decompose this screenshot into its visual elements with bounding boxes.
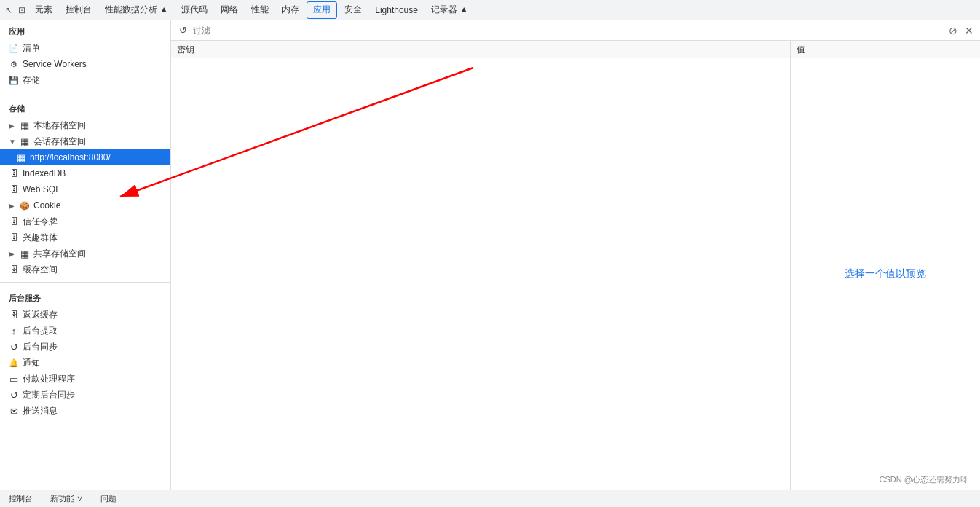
preview-hint: 选择一个值以预览 [845,267,926,280]
storage-icon: 💾 [9,75,19,85]
tab-recorder[interactable]: 记录器 ▲ [425,1,474,19]
sidebar-item-service-workers[interactable]: ⚙ Service Workers [0,56,170,72]
sidebar-item-session-storage-label: 会话存储空间 [33,135,86,148]
sidebar-item-back-forward-cache[interactable]: 🗄 返返缓存 [0,307,170,323]
sidebar-item-trust-tokens[interactable]: 🗄 信任令牌 [0,213,170,229]
sidebar-item-localhost-label: http://localhost:8080/ [30,152,111,162]
main-container: 应用 📄 清单 ⚙ Service Workers 💾 存储 存储 ▶ ▦ 本地… [0,20,980,490]
filter-bar: ↺ ⊘ ✕ [171,20,980,41]
sidebar-item-websql[interactable]: 🗄 Web SQL [0,181,170,197]
collapse-arrow-cookie: ▶ [9,202,16,210]
col-key-header: 密钥 [171,41,791,58]
sidebar-item-push-messaging[interactable]: ✉ 推送消息 [0,403,170,419]
collapse-arrow-session: ▼ [9,138,16,146]
sidebar-item-cache-storage[interactable]: 🗄 缓存空间 [0,262,170,278]
background-sync-icon: ↺ [9,342,19,352]
sidebar: 应用 📄 清单 ⚙ Service Workers 💾 存储 存储 ▶ ▦ 本地… [0,20,171,490]
tab-memory[interactable]: 内存 [276,1,305,19]
payment-handler-icon: ▭ [9,374,19,384]
sidebar-item-cookie-label: Cookie [33,200,60,211]
section-label-storage: 存储 [0,98,170,117]
sidebar-item-service-workers-label: Service Workers [23,59,87,69]
sidebar-item-periodic-sync-label: 定期后台同步 [23,389,75,401]
sidebar-item-background-sync[interactable]: ↺ 后台同步 [0,339,170,355]
bottom-tab-console[interactable]: 控制台 [6,490,36,508]
shared-storage-icon: ▦ [20,248,30,259]
background-fetch-icon: ↕ [9,326,19,336]
back-forward-cache-icon: 🗄 [9,310,19,320]
tab-lighthouse[interactable]: Lighthouse [369,1,424,19]
table-area: 密钥 值 选择一个值以预览 [171,41,980,490]
sidebar-item-session-storage[interactable]: ▼ ▦ 会话存储空间 [0,133,170,149]
sidebar-item-interest-groups-label: 兴趣群体 [23,232,58,244]
sidebar-item-localhost[interactable]: ▦ http://localhost:8080/ [0,149,170,165]
cookie-icon: 🍪 [20,200,30,211]
service-workers-icon: ⚙ [9,59,19,69]
sidebar-divider-2 [0,282,170,283]
sidebar-item-interest-groups[interactable]: 🗄 兴趣群体 [0,229,170,245]
section-label-background: 后台服务 [0,287,170,307]
sidebar-item-background-sync-label: 后台同步 [23,341,58,353]
sidebar-item-notifications[interactable]: 🔔 通知 [0,355,170,371]
close-filter-icon[interactable]: ✕ [963,24,976,37]
collapse-arrow-shared: ▶ [9,250,16,258]
sidebar-divider-1 [0,93,170,93]
sidebar-item-storage[interactable]: 💾 存储 [0,72,170,88]
watermark: CSDN @心态还需努力呀 [880,474,968,485]
sidebar-item-storage-label: 存储 [23,74,40,87]
bottom-tab-new-features[interactable]: 新功能 ∨ [47,490,86,508]
sidebar-item-payment-handler-label: 付款处理程序 [23,373,75,385]
sidebar-item-shared-storage-label: 共享存储空间 [33,248,86,260]
sidebar-item-push-messaging-label: 推送消息 [23,405,58,417]
section-label-app: 应用 [0,20,170,40]
indexeddb-icon: 🗄 [9,168,19,178]
device-icon[interactable]: ⊡ [16,4,28,16]
session-storage-icon: ▦ [20,136,30,146]
tab-application[interactable]: 应用 [307,1,337,19]
sidebar-item-background-fetch[interactable]: ↕ 后台提取 [0,323,170,339]
trust-tokens-icon: 🗄 [9,216,19,227]
sidebar-item-local-storage[interactable]: ▶ ▦ 本地存储空间 [0,117,170,133]
tab-console[interactable]: 控制台 [60,1,98,19]
localhost-icon: ▦ [16,152,26,162]
push-messaging-icon: ✉ [9,406,19,416]
bottom-tab-issues[interactable]: 问题 [98,490,119,508]
tab-network[interactable]: 网络 [215,1,244,19]
content-area: ↺ ⊘ ✕ 密钥 值 选择一个值以预览 [171,20,980,490]
tab-performance[interactable]: 性能 [245,1,274,19]
sidebar-item-manifest[interactable]: 📄 清单 [0,40,170,56]
sidebar-item-shared-storage[interactable]: ▶ ▦ 共享存储空间 [0,245,170,262]
sidebar-item-background-fetch-label: 后台提取 [23,325,58,337]
tab-elements[interactable]: 元素 [29,1,58,19]
sidebar-item-trust-tokens-label: 信任令牌 [23,216,58,228]
table-header: 密钥 值 [171,41,980,58]
filter-input[interactable] [193,25,944,36]
local-storage-icon: ▦ [20,120,30,130]
bottom-bar: 控制台 新功能 ∨ 问题 [0,490,980,507]
filter-actions: ⊘ ✕ [947,24,976,37]
devtools-toolbar: ↖ ⊡ 元素 控制台 性能数据分析 ▲ 源代码 网络 性能 内存 应用 安全 L… [0,0,980,20]
table-key-column [171,58,791,490]
sidebar-item-indexeddb[interactable]: 🗄 IndexedDB [0,165,170,181]
tab-security[interactable]: 安全 [339,1,368,19]
tab-sources[interactable]: 源代码 [175,1,213,19]
col-value-header: 值 [791,41,980,58]
refresh-button[interactable]: ↺ [175,23,190,38]
sidebar-item-cache-storage-label: 缓存空间 [23,264,58,276]
cache-storage-icon: 🗄 [9,264,19,275]
sidebar-item-manifest-label: 清单 [23,42,40,55]
block-icon[interactable]: ⊘ [947,24,960,37]
sidebar-item-notifications-label: 通知 [23,357,40,369]
tab-performance-analysis[interactable]: 性能数据分析 ▲ [99,1,174,19]
interest-groups-icon: 🗄 [9,232,19,243]
sidebar-item-payment-handler[interactable]: ▭ 付款处理程序 [0,371,170,387]
sidebar-item-cookie[interactable]: ▶ 🍪 Cookie [0,197,170,213]
sidebar-item-local-storage-label: 本地存储空间 [33,119,86,132]
table-value-preview: 选择一个值以预览 [791,58,980,490]
notifications-icon: 🔔 [9,358,19,368]
websql-icon: 🗄 [9,184,19,194]
periodic-sync-icon: ↺ [9,390,19,400]
sidebar-item-periodic-sync[interactable]: ↺ 定期后台同步 [0,387,170,403]
cursor-icon[interactable]: ↖ [3,4,15,16]
sidebar-item-back-forward-cache-label: 返返缓存 [23,309,58,321]
